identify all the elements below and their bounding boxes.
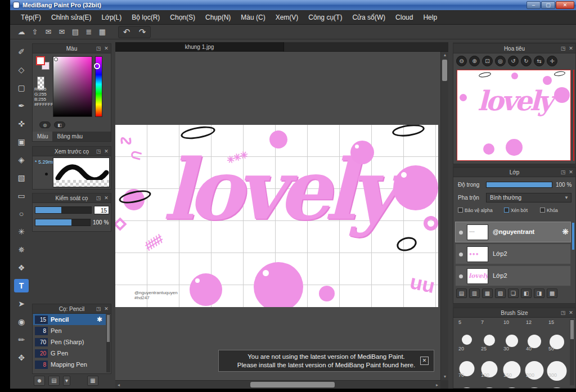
brush-item-pen[interactable]: 8 Pen xyxy=(33,325,106,336)
rotate-ccw-button[interactable]: ↺ xyxy=(508,56,519,66)
size-option-30[interactable]: 30 xyxy=(501,344,523,371)
sv-marker[interactable] xyxy=(54,57,58,61)
scroll-down-arrow[interactable]: ▾ xyxy=(441,373,449,380)
menu-view[interactable]: Xem(V) xyxy=(271,13,304,21)
gradient-tool[interactable]: ▧ xyxy=(14,171,29,184)
more-menu-button[interactable]: ▾ xyxy=(63,376,70,386)
brush-size-scrollbar[interactable] xyxy=(570,319,574,385)
brush-tool[interactable]: ✐ xyxy=(14,45,29,58)
flip-view-button[interactable]: ⇆ xyxy=(534,56,544,66)
brush-item-g-pen[interactable]: 20 G Pen xyxy=(33,348,106,359)
new-document-icon[interactable]: ▤ xyxy=(69,26,82,38)
rotate-cw-button[interactable]: ↻ xyxy=(521,56,532,66)
document-list-icon[interactable]: ≣ xyxy=(82,26,96,38)
checkbox[interactable] xyxy=(458,208,463,213)
copy-layer-button[interactable]: ◧ xyxy=(521,289,532,298)
menu-help[interactable]: Help xyxy=(418,13,442,21)
layer-list-scrollbar[interactable] xyxy=(572,223,574,250)
fill-bucket-tool[interactable]: ◈ xyxy=(14,153,29,166)
layer-visibility-dot[interactable] xyxy=(459,274,463,278)
close-icon[interactable]: ✕ xyxy=(568,308,574,318)
size-option-50[interactable]: 50 xyxy=(546,344,568,371)
zoom-out-button[interactable]: ⊖ xyxy=(456,56,467,66)
layer-row-3[interactable]: lovely Lớp2 xyxy=(455,265,571,286)
size-option-7[interactable]: 7 xyxy=(478,318,501,344)
layer-opacity-slider[interactable] xyxy=(486,182,552,188)
scroll-left-arrow[interactable]: ◂ xyxy=(115,381,122,389)
document-tab[interactable]: khung 1.jpg xyxy=(115,42,284,52)
hue-marker[interactable] xyxy=(94,63,100,69)
scrollbar-thumb[interactable] xyxy=(442,60,447,81)
layer-visibility-dot[interactable] xyxy=(459,231,463,235)
menu-color[interactable]: Màu (C) xyxy=(236,13,270,21)
layer-row-watermark[interactable]: ≈≈≈ @nguyentrant ❋ xyxy=(455,222,571,242)
clipping-checkbox[interactable]: Xén bớt xyxy=(504,208,528,213)
size-option-150[interactable]: 150 xyxy=(501,371,523,389)
hand-tool[interactable]: ✥ xyxy=(14,351,29,364)
brush-size-slider[interactable] xyxy=(35,206,92,214)
lock-checkbox[interactable]: Khóa xyxy=(540,208,558,213)
notification-close-button[interactable]: ✕ xyxy=(420,357,429,365)
checkbox[interactable] xyxy=(504,208,509,213)
menu-filter[interactable]: Bộ lọc(R) xyxy=(127,13,165,21)
fit-window-button[interactable]: ⊡ xyxy=(482,56,493,66)
size-option-20[interactable]: 20 xyxy=(456,344,478,371)
menu-edit[interactable]: Chỉnh sửa(E) xyxy=(46,13,96,21)
scroll-right-arrow[interactable]: ▸ xyxy=(434,381,440,389)
size-option-40[interactable]: 40 xyxy=(523,344,546,371)
brush-item-mapping-pen[interactable]: 8 Mapping Pen xyxy=(33,359,106,370)
size-option-300[interactable]: 300 xyxy=(546,371,568,389)
stamp-tool[interactable]: ❖ xyxy=(14,261,29,274)
layer-folder-button[interactable]: ❏ xyxy=(508,289,519,298)
size-option-25[interactable]: 25 xyxy=(478,344,501,371)
horizontal-scrollbar[interactable]: ◂ ▸ xyxy=(115,380,440,389)
primary-color-swatch[interactable] xyxy=(36,56,45,65)
actual-pixels-button[interactable]: ◎ xyxy=(495,56,506,66)
blend-mode-dropdown[interactable]: Bình thường ▼ xyxy=(486,193,572,202)
popout-icon[interactable]: ◳ xyxy=(560,44,566,53)
menu-file[interactable]: Tệp(F) xyxy=(16,13,46,21)
lasso-select-tool[interactable]: ○ xyxy=(14,207,29,220)
canvas-artwork[interactable]: lovely ∿ ⊂ xyxy=(115,125,438,307)
popout-icon[interactable]: ◳ xyxy=(96,44,101,53)
close-button[interactable]: ✕ xyxy=(556,1,574,9)
scrollbar-thumb[interactable] xyxy=(107,315,110,342)
popout-icon[interactable]: ◳ xyxy=(96,147,101,156)
brush-list-scrollbar[interactable] xyxy=(106,314,110,372)
cloud-save-icon[interactable]: ☁ xyxy=(15,26,28,38)
maximize-button[interactable]: ▢ xyxy=(541,1,555,9)
popout-icon[interactable]: ◳ xyxy=(560,308,566,318)
comment-icon[interactable]: ✉ xyxy=(42,26,55,38)
reset-view-button[interactable]: ✛ xyxy=(547,56,557,66)
menu-cloud[interactable]: Cloud xyxy=(390,13,418,21)
draw-shape-tool[interactable]: ✵ xyxy=(14,243,29,256)
layer-visibility-dot[interactable] xyxy=(459,253,463,256)
message-icon[interactable]: ✉ xyxy=(55,26,69,38)
brush-item-pencil[interactable]: 15 Pencil ✱ xyxy=(33,314,106,325)
titlebar[interactable]: MediBang Paint Pro (32bit) – ▢ ✕ xyxy=(10,0,576,10)
eraser-tool[interactable]: ◇ xyxy=(14,63,29,76)
size-option-5[interactable]: 5 xyxy=(456,318,478,344)
menu-window[interactable]: Cửa sổ(W) xyxy=(347,13,390,21)
redo-button[interactable]: ↷ xyxy=(134,26,150,38)
size-option-100[interactable]: 100 xyxy=(478,371,501,389)
brush-settings-icon[interactable]: ✱ xyxy=(97,316,102,323)
checkbox[interactable] xyxy=(540,208,545,213)
size-option-200[interactable]: 200 xyxy=(523,371,546,389)
size-option-15[interactable]: 15 xyxy=(546,318,568,344)
menu-tools[interactable]: Công cụ(T) xyxy=(303,13,347,21)
account-button[interactable]: ☻ xyxy=(34,376,45,386)
text-tool[interactable]: T xyxy=(14,279,29,292)
navigator-thumbnail[interactable]: lovely xyxy=(457,70,571,161)
layer-row-2[interactable]: ●●● Lớp2 xyxy=(455,244,571,264)
zoom-in-button[interactable]: ⊕ xyxy=(469,56,480,66)
add-pixel-layer-button[interactable]: ▥ xyxy=(469,289,480,298)
size-option-12[interactable]: 12 xyxy=(523,318,546,344)
close-icon[interactable]: ✕ xyxy=(104,147,109,156)
delete-layer-button[interactable]: ▩ xyxy=(547,289,557,298)
undo-button[interactable]: ↶ xyxy=(119,26,134,38)
tab-color[interactable]: Màu xyxy=(33,132,52,141)
vertical-scrollbar[interactable]: ▴ ▾ xyxy=(440,52,448,380)
layer-up-button[interactable]: ▧ xyxy=(495,289,506,298)
saturation-value-picker[interactable] xyxy=(53,56,92,117)
